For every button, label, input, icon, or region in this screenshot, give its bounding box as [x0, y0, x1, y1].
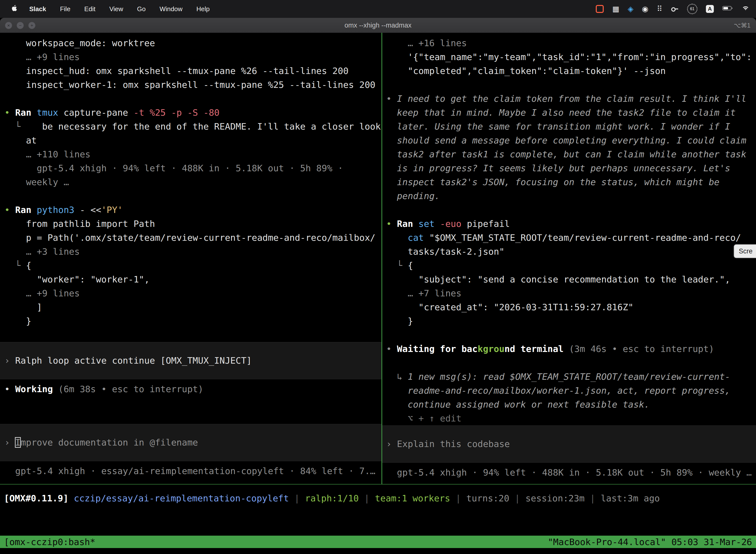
blank-line [382, 78, 756, 92]
terminal-line: … +9 lines [0, 50, 381, 64]
terminal-line: at [0, 133, 381, 148]
tmux-session-window-label[interactable]: [omx-cczip0:bash* [4, 537, 95, 547]
battery-percentage-value: 61 [690, 7, 694, 11]
screenshot-chip-label: Scre [739, 247, 753, 255]
blank-line [0, 396, 381, 410]
wifi-icon[interactable] [742, 5, 750, 13]
grid-app-icon[interactable]: ▦ [612, 5, 619, 13]
menu-file[interactable]: File [54, 5, 76, 13]
terminal-line: … +7 lines [382, 286, 756, 300]
terminal-line: inspect_worker-1: omx sparkshell --tmux-… [0, 78, 381, 92]
ralph-loop-input-band[interactable]: › Ralph loop active continue [OMX_TMUX_I… [0, 342, 381, 379]
right-terminal-pane[interactable]: … +16 lines '{"team_name":"my-team","tas… [382, 33, 756, 484]
terminal-line: from pathlib import Path [0, 217, 381, 231]
blank-line [0, 328, 381, 342]
terminal-line: └ { [0, 259, 381, 273]
terminal-line: "completed","claim_token":"claim-token"}… [382, 64, 756, 78]
terminal-line: '{"team_name":"my-team","task_id":"1","f… [382, 50, 756, 64]
model-status-line: gpt-5.4 xhigh · essay/ai-reimplementatio… [0, 464, 381, 478]
terminal-line: inspect task2's JSON, focusing on the st… [382, 175, 756, 189]
active-app-menu[interactable]: Slack [23, 5, 52, 13]
terminal-line: readme-and-reco/mailbox/worker-1.json, a… [382, 384, 756, 398]
terminal-line: • Ran python3 - <<'PY' [0, 203, 381, 217]
tmux-panes-area: workspace_mode: worktree … +9 lines insp… [0, 33, 756, 484]
terminal-line: … +3 lines [0, 245, 381, 259]
terminal-line: • Ran tmux capture-pane -t %25 -p -S -80 [0, 106, 381, 120]
blank-line [0, 410, 381, 424]
left-terminal-pane[interactable]: workspace_mode: worktree … +9 lines insp… [0, 33, 381, 484]
desktop-screen: Slack File Edit View Go Window Help ▦ ◈ … [0, 0, 756, 554]
blank-line [382, 203, 756, 217]
apple-menu-icon[interactable] [7, 5, 21, 13]
terminal-line: inspect_hud: omx sparkshell --tmux-pane … [0, 64, 381, 78]
terminal-line: └ be necessary for the end of the README… [0, 120, 381, 133]
terminal-line: keep that in mind. Maybe I also need the… [382, 106, 756, 120]
menu-bar-status-icons: ▦ ◈ ◉ ⠿ 61 A [596, 4, 756, 14]
key-icon[interactable] [671, 5, 679, 13]
screenshot-notification-chip[interactable]: Scre [734, 244, 756, 258]
terminal-line: is in progress? It seems likely but perh… [382, 161, 756, 175]
battery-percentage-badge[interactable]: 61 [687, 4, 697, 14]
omx-hud-line: [OMX#0.11.9] cczip/essay/ai-reimplementa… [0, 491, 756, 505]
terminal-line: workspace_mode: worktree [0, 36, 381, 50]
menu-bar-left: Slack File Edit View Go Window Help [0, 5, 215, 13]
blank-line [0, 189, 381, 203]
terminal-line: "subject": "send a concise recommendatio… [382, 273, 756, 286]
working-status-line: • Working (6m 38s • esc to interrupt) [0, 382, 381, 396]
prompt-input-band[interactable]: › Improve documentation in @filename [0, 424, 381, 461]
terminal-line: … +16 lines [382, 36, 756, 50]
terminal-line: } [382, 314, 756, 328]
battery-icon[interactable] [722, 5, 733, 13]
blank-line [382, 328, 756, 342]
terminal-line: • I need to get the claim token from the… [382, 92, 756, 106]
terminal-line: … +110 lines [0, 148, 381, 161]
dots-grid-icon[interactable]: ⠿ [657, 5, 662, 13]
menu-help[interactable]: Help [190, 5, 215, 13]
blank-line [382, 356, 756, 370]
terminal-line: later. Using the same for transition mig… [382, 120, 756, 133]
terminal-line: weekly … [0, 175, 381, 189]
input-source-icon[interactable]: A [706, 5, 714, 13]
terminal-line: tasks/task-2.json" [382, 245, 756, 259]
menu-edit[interactable]: Edit [78, 5, 102, 13]
terminal-line: } [0, 314, 381, 328]
blue-app-icon[interactable]: ◈ [628, 5, 633, 13]
terminal-line: should send a message before completing … [382, 133, 756, 148]
record-circle-icon[interactable]: ◉ [642, 5, 648, 13]
terminal-line: gpt-5.4 xhigh · 94% left · 488K in · 5.1… [0, 161, 381, 175]
terminal-line: continue assigned work or next feasible … [382, 398, 756, 411]
blank-line [0, 92, 381, 106]
terminal-line: "worker": "worker-1", [0, 273, 381, 286]
terminal-line: task2 after task1 is complete, but can I… [382, 148, 756, 161]
tmux-host-clock-label: "MacBook-Pro-44.local" 05:03 31-Mar-26 [548, 537, 752, 547]
macos-menu-bar: Slack File Edit View Go Window Help ▦ ◈ … [0, 0, 756, 18]
menu-view[interactable]: View [104, 5, 129, 13]
terminal-line: "created_at": "2026-03-31T11:59:27.816Z" [382, 300, 756, 314]
menu-window[interactable]: Window [153, 5, 188, 13]
terminal-line: └ { [382, 259, 756, 273]
terminal-line: cat "$OMX_TEAM_STATE_ROOT/team/review-cu… [382, 231, 756, 245]
window-shortcut-hint: ⌥⌘1 [734, 18, 751, 33]
window-title: omx --xhigh --madmax [0, 18, 756, 33]
screen-recording-indicator-icon[interactable] [596, 5, 604, 13]
waiting-status-line: • Waiting for background terminal (3m 46… [382, 342, 756, 356]
omx-hud-pane: [OMX#0.11.9] cczip/essay/ai-reimplementa… [0, 491, 756, 505]
tmux-status-bar: [omx-cczip0:bash* "MacBook-Pro-44.local"… [0, 536, 756, 548]
window-title-bar[interactable]: × − + omx --xhigh --madmax ⌥⌘1 [0, 18, 756, 33]
prompt-input-band[interactable]: › Explain this codebase [382, 426, 756, 463]
terminal-line: … +9 lines [0, 286, 381, 300]
terminal-line: pending. [382, 189, 756, 203]
terminal-line: ] [0, 300, 381, 314]
menu-go[interactable]: Go [131, 5, 152, 13]
terminal-line: ⌥ + ↑ edit [382, 411, 756, 426]
terminal-line: ↳ 1 new msg(s): read $OMX_TEAM_STATE_ROO… [382, 370, 756, 384]
input-source-letter: A [708, 6, 712, 12]
model-status-line: gpt-5.4 xhigh · 94% left · 488K in · 5.1… [382, 466, 756, 480]
tmux-horizontal-divider [0, 484, 756, 485]
terminal-line: p = Path('.omx/state/team/review-current… [0, 231, 381, 245]
terminal-line: • Ran set -euo pipefail [382, 217, 756, 231]
